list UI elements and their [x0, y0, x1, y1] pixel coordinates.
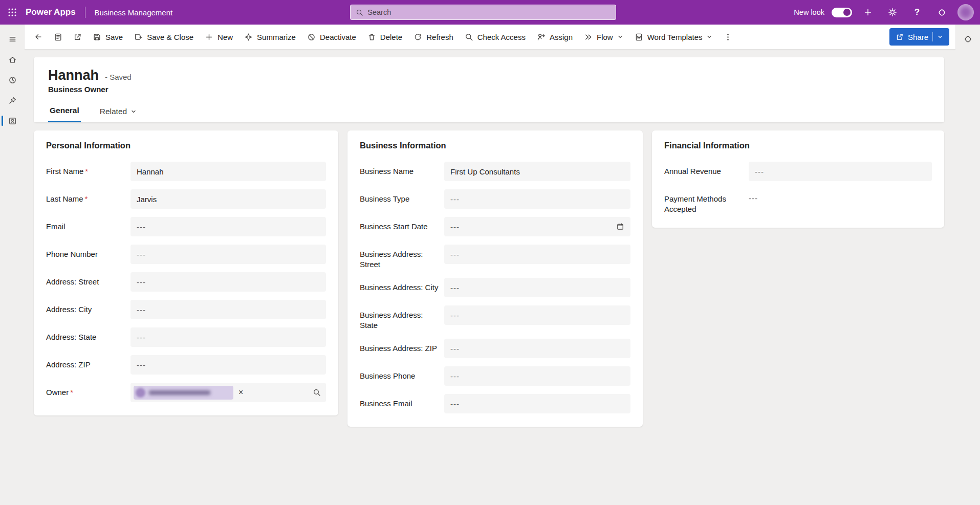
business-type-input[interactable]: ---	[444, 189, 630, 209]
email-input[interactable]: ---	[130, 217, 326, 236]
field-address-zip: Address: ZIP ---	[46, 355, 326, 375]
nav-hamburger-icon[interactable]	[1, 29, 24, 49]
summarize-button[interactable]: Summarize	[238, 28, 301, 46]
chevron-down-icon	[617, 34, 623, 40]
business-information-section: Business Information Business Name First…	[347, 130, 643, 427]
save-close-icon	[134, 33, 143, 41]
nav-pinned-icon[interactable]	[1, 90, 24, 111]
new-look-label: New look	[794, 8, 824, 16]
command-bar: Save Save & Close New Summarize	[25, 25, 955, 49]
open-in-new-icon[interactable]	[68, 28, 87, 46]
delete-button[interactable]: Delete	[362, 28, 408, 46]
copilot-icon[interactable]	[933, 4, 950, 21]
share-button[interactable]: Share	[889, 28, 949, 46]
field-business-name: Business Name First Up Consultants	[360, 162, 630, 181]
business-name-input[interactable]: First Up Consultants	[444, 162, 630, 181]
share-icon	[896, 33, 904, 41]
back-button[interactable]	[29, 28, 48, 46]
financial-information-section: Financial Information Annual Revenue ---…	[652, 130, 944, 228]
global-search-box[interactable]	[350, 5, 616, 20]
section-title: Personal Information	[46, 141, 326, 150]
word-templates-button[interactable]: Word Templates	[629, 28, 718, 46]
new-button[interactable]: New	[199, 28, 238, 46]
field-business-address-city: Business Address: City ---	[360, 278, 630, 297]
payment-methods-value: ---	[749, 189, 932, 203]
nav-recent-icon[interactable]	[1, 70, 24, 90]
refresh-button[interactable]: Refresh	[408, 28, 459, 46]
form-selector-icon[interactable]	[48, 28, 68, 46]
address-zip-input[interactable]: ---	[130, 355, 326, 375]
section-title: Business Information	[360, 141, 630, 150]
deactivate-button[interactable]: Deactivate	[301, 28, 362, 46]
waffle-menu-icon[interactable]	[0, 0, 25, 25]
nav-home-icon[interactable]	[1, 49, 24, 70]
save-button[interactable]: Save	[87, 28, 128, 46]
assign-button[interactable]: Assign	[531, 28, 578, 46]
save-icon	[93, 33, 101, 41]
plus-icon	[205, 33, 213, 41]
business-address-city-input[interactable]: ---	[444, 278, 630, 297]
business-address-state-input[interactable]: ---	[444, 305, 630, 325]
form-tabs: General Related	[48, 102, 930, 122]
flow-icon	[584, 33, 593, 41]
share-divider	[932, 32, 933, 41]
more-commands-icon[interactable]	[718, 28, 737, 46]
new-look-toggle[interactable]	[832, 8, 852, 17]
tab-general[interactable]: General	[48, 102, 81, 122]
first-name-input[interactable]: Hannah	[130, 162, 326, 181]
user-avatar[interactable]	[957, 4, 974, 20]
copilot-panel-icon[interactable]	[956, 29, 979, 49]
field-business-address-zip: Business Address: ZIP ---	[360, 339, 630, 358]
record-header: Hannah - Saved Business Owner General Re…	[34, 57, 944, 122]
field-email: Email ---	[46, 217, 326, 236]
required-indicator: *	[85, 194, 88, 203]
owner-name-redacted	[149, 390, 210, 395]
business-address-street-input[interactable]: ---	[444, 245, 630, 264]
owner-lookup-pill[interactable]	[134, 386, 233, 400]
address-state-input[interactable]: ---	[130, 327, 326, 347]
save-and-close-button[interactable]: Save & Close	[128, 28, 199, 46]
nav-business-owners-icon[interactable]	[1, 111, 24, 131]
avatar-blur	[960, 6, 972, 18]
field-business-start-date: Business Start Date ---	[360, 217, 630, 236]
form-content: Hannah - Saved Business Owner General Re…	[25, 49, 955, 505]
toggle-knob	[843, 9, 851, 16]
field-address-city: Address: City ---	[46, 300, 326, 319]
app-name[interactable]: Power Apps	[26, 7, 76, 17]
flow-button[interactable]: Flow	[578, 28, 629, 46]
search-input[interactable]	[367, 8, 611, 16]
business-start-date-input[interactable]: ---	[444, 217, 630, 236]
app-section-name[interactable]: Business Management	[95, 8, 173, 17]
record-save-status: - Saved	[105, 73, 132, 81]
owner-lookup-input[interactable]: ×	[130, 383, 326, 402]
help-icon[interactable]: ?	[908, 4, 926, 21]
record-title: Hannah	[48, 68, 99, 83]
settings-gear-icon[interactable]	[884, 4, 901, 21]
business-email-input[interactable]: ---	[444, 394, 630, 413]
phone-number-input[interactable]: ---	[130, 245, 326, 264]
field-business-type: Business Type ---	[360, 189, 630, 209]
record-entity-type: Business Owner	[48, 85, 930, 94]
required-indicator: *	[70, 388, 73, 397]
annual-revenue-input[interactable]: ---	[749, 162, 932, 181]
remove-owner-icon[interactable]: ×	[238, 388, 243, 397]
owner-avatar	[136, 388, 145, 398]
deactivate-icon	[307, 33, 316, 41]
left-nav-rail	[0, 25, 25, 505]
last-name-input[interactable]: Jarvis	[130, 189, 326, 209]
tab-related[interactable]: Related	[98, 102, 138, 122]
field-payment-methods-accepted: Payment Methods Accepted ---	[664, 189, 932, 214]
magnifier-icon	[465, 33, 473, 41]
add-icon[interactable]	[859, 4, 877, 21]
calendar-icon[interactable]	[616, 223, 624, 231]
address-city-input[interactable]: ---	[130, 300, 326, 319]
chevron-down-icon	[706, 34, 712, 40]
field-annual-revenue: Annual Revenue ---	[664, 162, 932, 181]
field-business-email: Business Email ---	[360, 394, 630, 413]
lookup-search-icon[interactable]	[313, 388, 321, 397]
field-last-name: Last Name* Jarvis	[46, 189, 326, 209]
business-phone-input[interactable]: ---	[444, 366, 630, 386]
address-street-input[interactable]: ---	[130, 272, 326, 292]
check-access-button[interactable]: Check Access	[459, 28, 531, 46]
business-address-zip-input[interactable]: ---	[444, 339, 630, 358]
